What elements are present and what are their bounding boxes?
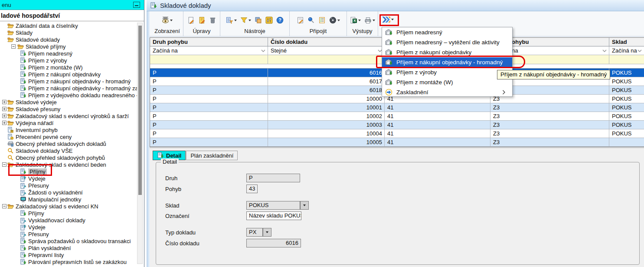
grid-cell[interactable]: POKUS [609,129,644,138]
tree-item[interactable]: Příjem neadresný [0,50,137,57]
grid-cell[interactable]: P [150,138,268,146]
tree-item-label[interactable]: Příjem z montáže (W) [28,64,83,71]
note-button[interactable] [297,16,304,24]
grid-cell[interactable]: P [150,112,268,120]
grid-cell[interactable]: POKUS [609,121,644,129]
tree-item-label[interactable]: Inventurní pohyb [16,127,58,133]
field-dropdown-button[interactable] [263,228,271,237]
dropdown-caret-icon[interactable] [170,20,173,21]
filter-input[interactable] [268,55,385,64]
view-button[interactable] [162,16,173,24]
grid-cell[interactable]: P [150,69,268,77]
print-button[interactable] [364,16,375,24]
settings-button[interactable] [265,16,273,24]
tree-item-label[interactable]: Manipulační jednotky [28,196,81,203]
tree-item-label[interactable]: Zakladačový sklad s evidencí KN [16,203,98,210]
grid-cell[interactable]: Z3 [490,121,609,129]
tree-item-label[interactable]: Skladové výdeje [16,99,57,105]
grid-row[interactable]: P1000241Z3POKUS [150,112,644,121]
grid-cell[interactable]: 41 [385,112,490,120]
dropdown-caret-icon[interactable] [337,20,340,21]
tree-item-label[interactable]: Příjem z výdejového dokladu neadresného … [28,92,137,99]
grid-row[interactable]: P1000541Z3 [150,138,644,147]
tree-item[interactable]: Zakladačový sklad s evidencí KN [0,203,137,210]
field-value[interactable]: POKUS [246,201,300,210]
grid-cell[interactable]: POKUS [609,77,644,86]
tree-item[interactable]: Zakladačový sklad s evidencí beden [0,161,137,168]
tree-item[interactable]: Vyskladňovací doklady [0,217,137,224]
tree-item[interactable]: Skladové doklady VŠE [0,147,137,154]
tree-item-label[interactable]: Skladové přesuny [16,106,60,112]
tree-item[interactable]: Skladové doklady [0,36,137,43]
dropdown-caret-icon[interactable] [248,20,251,21]
grid-column-header[interactable]: Druh pohybu [150,38,268,46]
tree-item[interactable]: Základní data a číselníky [0,22,137,29]
grid-cell[interactable]: Z3 [490,138,609,146]
excel-button[interactable]: X [350,16,361,24]
tree-item-label[interactable]: Přepravní listy [28,252,64,258]
menu-item[interactable]: Příjem z nákupní objednávky - hromadný [382,57,512,67]
tree-item[interactable]: Sklady [0,29,137,36]
help-button[interactable]: ? [276,16,284,24]
grid-cell[interactable]: P [150,77,268,86]
tree-item-label[interactable]: Obecný přehled skladových pohybů [16,155,105,161]
grid-cell[interactable]: 10001 [268,103,385,112]
tree-item-label[interactable]: Skladové příjmy [26,43,65,50]
tree-item[interactable]: Přepravní listy [0,251,137,258]
tree-item-label[interactable]: Výdeje [28,175,46,182]
dropdown-caret-icon[interactable] [358,20,361,21]
grid-cell[interactable]: 10004 [268,129,385,138]
tree-item-label[interactable]: Příjem z nákupní objednávky - hromadný z… [28,85,137,92]
tree-item-label[interactable]: Příjem z nákupní objednávky [28,71,101,78]
tree-item-label[interactable]: Příjem z nákupní objednávky - hromadný [28,78,131,85]
dropdown-caret-icon[interactable] [234,20,237,21]
tree-item[interactable]: Skladové přesuny [0,105,137,112]
tree-item-label[interactable]: Příjmy [28,210,44,217]
tree-item[interactable]: Inventurní pohyb [0,126,137,133]
tree-item[interactable]: Obecný přehled skladových pohybů [0,154,137,161]
tree-item[interactable]: Příjem z montáže (W) [0,64,137,71]
tree-item[interactable]: Žádosti o vyskladnění [0,189,137,196]
tree-item-label[interactable]: Obecný přehled skladových dokladů [16,141,106,147]
delete-button[interactable] [209,16,216,24]
tree-item-label[interactable]: Vyskladňovací doklady [28,217,85,224]
grid-cell[interactable]: P [150,103,268,112]
expand-icon[interactable] [2,114,7,118]
grid-cell[interactable]: 6017 [268,77,385,86]
pin-button[interactable] [307,16,315,24]
grid-cell[interactable]: 41 [385,138,490,146]
grid-cell[interactable]: 41 [385,121,490,129]
field-value[interactable]: 43 [246,185,258,193]
tasks-button[interactable] [318,16,326,24]
new-button[interactable] [187,16,195,24]
grid-cell[interactable] [609,138,644,146]
tree-item-label[interactable]: Správa požadavků o skladovou transakci [28,238,131,244]
tree-item-label[interactable]: Výdejna nářadí [16,120,53,126]
grid-cell[interactable]: P [150,121,268,129]
dropdown-caret-icon[interactable] [373,20,375,21]
grid-column-header[interactable]: Číslo dokladu [268,38,385,46]
menu-item[interactable]: Příjem z montáže (W) [382,77,512,87]
tree-scrollbar-thumb[interactable] [138,26,142,195]
media-button[interactable] [329,16,340,24]
grid-column-header[interactable]: Sklad [609,38,644,46]
minimize-button[interactable] [133,2,140,8]
tree-item-label[interactable]: Příjem neadresný [28,50,72,57]
field-value[interactable]: P [246,174,300,182]
grid-cell[interactable]: Z3 [490,103,609,112]
grid-cell[interactable]: P [150,95,268,103]
field-value[interactable]: Název skladu POKUS [246,211,301,220]
menu-item[interactable]: Příjem neadresný [382,27,512,37]
menu-item[interactable]: Zaskladnění [382,87,512,97]
grid-row[interactable]: P1000441Z3POKUS [150,129,644,138]
expand-icon[interactable] [2,121,7,125]
tree-item-label[interactable]: Přecenění pevné ceny [16,134,72,140]
tree-item-label[interactable]: Příjem z výroby [28,57,67,64]
tab-plan-zaskladneni[interactable]: Plán zaskladnění [186,151,238,160]
grid-cell[interactable]: POKUS [609,86,644,94]
tree-item-label[interactable]: Žádosti o vyskladnění [28,189,83,196]
dropdown-caret-icon[interactable] [391,19,394,20]
grid-cell[interactable]: 6018 [268,86,385,94]
actions-overflow-button[interactable] [382,15,394,27]
grid-cell[interactable]: 6016 [268,69,385,77]
